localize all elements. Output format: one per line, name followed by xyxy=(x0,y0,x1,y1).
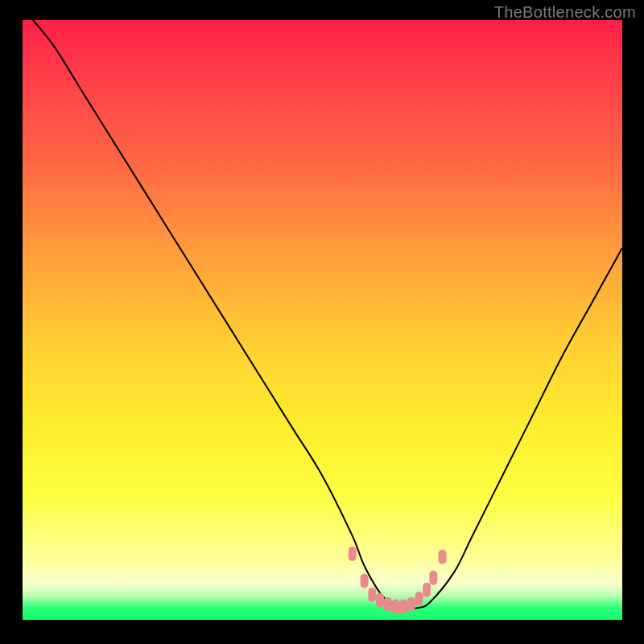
chart-frame: TheBottleneck.com xyxy=(0,0,644,644)
plot-area xyxy=(23,20,622,620)
watermark-text: TheBottleneck.com xyxy=(494,3,636,22)
